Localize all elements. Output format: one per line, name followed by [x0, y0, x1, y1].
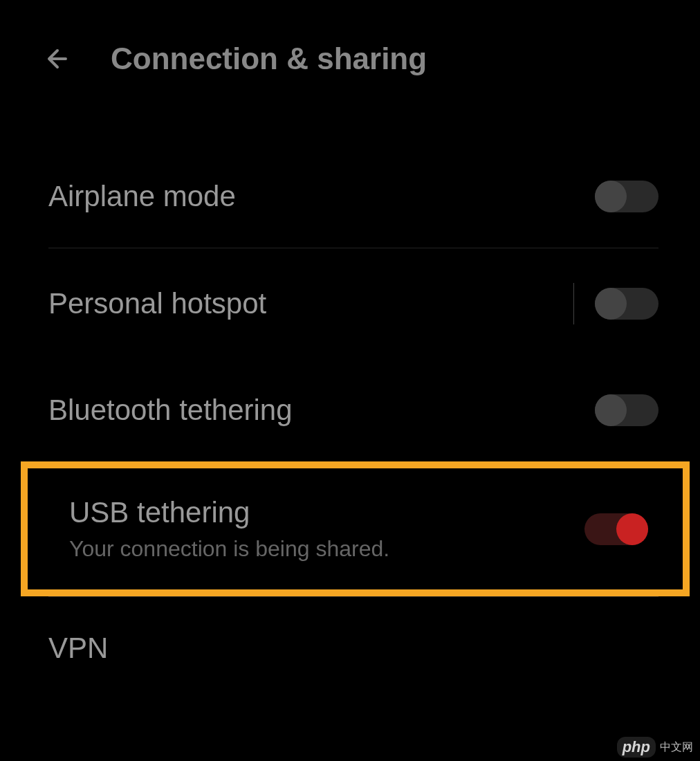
bluetooth-tethering-label: Bluetooth tethering — [48, 394, 293, 427]
airplane-mode-label: Airplane mode — [48, 180, 236, 213]
personal-hotspot-toggle[interactable] — [595, 288, 658, 320]
usb-tethering-toggle[interactable] — [584, 513, 648, 545]
usb-tethering-subtitle: Your connection is being shared. — [69, 536, 389, 562]
vertical-divider — [573, 283, 574, 324]
bluetooth-tethering-toggle[interactable] — [595, 394, 658, 426]
watermark-text: 中文网 — [660, 740, 693, 755]
toggle-knob — [595, 288, 627, 320]
header: Connection & sharing — [0, 0, 700, 104]
personal-hotspot-item[interactable]: Personal hotspot — [0, 248, 700, 359]
airplane-mode-item[interactable]: Airplane mode — [0, 145, 700, 248]
arrow-left-icon — [44, 44, 74, 74]
toggle-knob — [595, 181, 627, 212]
toggle-knob — [595, 394, 627, 426]
airplane-mode-toggle[interactable] — [595, 181, 658, 212]
vpn-label: VPN — [48, 632, 108, 665]
vpn-item[interactable]: VPN — [0, 597, 700, 699]
setting-text: Bluetooth tethering — [48, 394, 293, 427]
usb-tethering-item[interactable]: USB tethering Your connection is being s… — [21, 461, 690, 596]
setting-text: VPN — [48, 632, 108, 665]
watermark: php 中文网 — [617, 737, 693, 758]
usb-tethering-label: USB tethering — [69, 496, 389, 529]
page-title: Connection & sharing — [111, 42, 427, 76]
hotspot-left: Personal hotspot — [48, 287, 553, 320]
setting-text: Airplane mode — [48, 180, 236, 213]
settings-list: Airplane mode Personal hotspot Bluetooth… — [0, 104, 700, 699]
toggle-knob — [616, 513, 648, 545]
setting-text: USB tethering Your connection is being s… — [69, 496, 389, 562]
watermark-logo: php — [617, 737, 656, 758]
personal-hotspot-label: Personal hotspot — [48, 287, 266, 320]
back-button[interactable] — [42, 42, 76, 76]
bluetooth-tethering-item[interactable]: Bluetooth tethering — [0, 359, 700, 461]
